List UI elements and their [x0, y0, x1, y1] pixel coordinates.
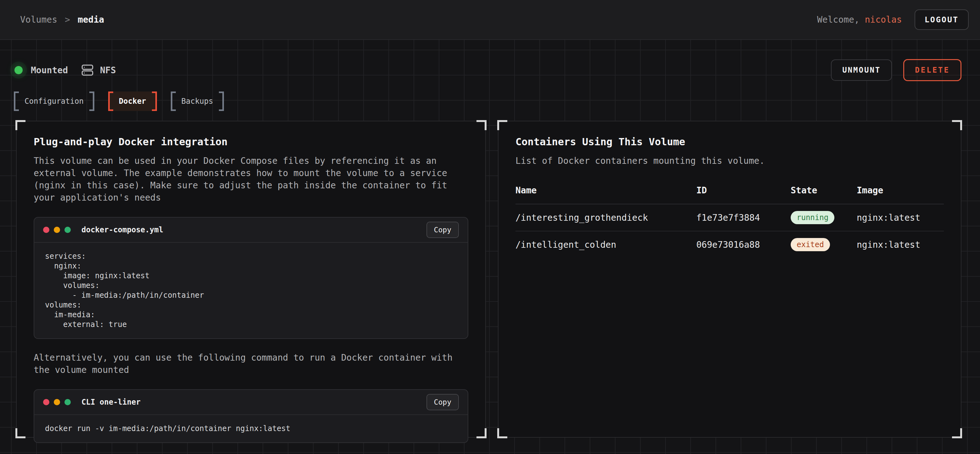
tab-backups-label: Backups: [181, 97, 213, 106]
status-badge: running: [791, 211, 834, 224]
containers-panel-subtitle: List of Docker containers mounting this …: [515, 155, 940, 167]
top-bar: Volumes > media Welcome, nicolas LOGOUT: [0, 0, 980, 40]
column-header-state: State: [791, 185, 857, 195]
table-row: /intelligent_colden 069e73016a88 exited …: [515, 232, 944, 258]
column-header-image: Image: [857, 185, 944, 195]
compose-code-content: services: nginx: image: nginx:latest vol…: [34, 243, 468, 338]
column-header-name: Name: [515, 185, 696, 195]
welcome-text: Welcome, nicolas: [817, 14, 902, 25]
green-dot-icon: [64, 227, 71, 233]
bracket-left-icon: [14, 92, 19, 111]
red-dot-icon: [43, 227, 49, 233]
panel-corner-icon: [16, 428, 25, 438]
tab-configuration-label: Configuration: [24, 97, 84, 106]
mount-status-label: Mounted: [31, 65, 68, 75]
containers-panel-title: Containers Using This Volume: [515, 136, 944, 148]
tab-configuration[interactable]: Configuration: [14, 92, 94, 111]
container-name: /interesting_grothendieck: [515, 213, 696, 223]
amber-dot-icon: [54, 227, 60, 233]
compose-code-header: docker-compose.yml Copy: [34, 217, 468, 243]
volume-tabs: Configuration Docker Backups: [14, 92, 224, 111]
panel-corner-icon: [476, 428, 487, 438]
panel-corner-icon: [497, 120, 507, 130]
docker-integration-panel: Plug-and-play Docker integration This vo…: [16, 121, 486, 438]
volume-actions: UNMOUNT DELETE: [831, 59, 961, 81]
tab-backups[interactable]: Backups: [171, 92, 224, 111]
mounted-status-dot-icon: [14, 66, 23, 74]
driver-label: NFS: [100, 65, 116, 75]
tab-docker[interactable]: Docker: [108, 92, 157, 111]
container-id: 069e73016a88: [696, 240, 791, 250]
amber-dot-icon: [54, 399, 60, 405]
user-area: Welcome, nicolas LOGOUT: [817, 10, 969, 30]
cli-code-header: CLI one-liner Copy: [34, 390, 468, 415]
bracket-right-icon: [89, 92, 94, 111]
breadcrumb-separator-icon: >: [65, 14, 70, 25]
breadcrumb: Volumes > media: [20, 14, 104, 25]
traffic-light-dots: [43, 399, 71, 405]
panel-corner-icon: [16, 120, 25, 130]
panel-corner-icon: [952, 120, 962, 130]
cli-title: CLI one-liner: [81, 398, 426, 406]
column-header-id: ID: [696, 185, 791, 195]
green-dot-icon: [64, 399, 71, 405]
panel-corner-icon: [476, 120, 487, 130]
delete-button[interactable]: DELETE: [903, 59, 961, 81]
breadcrumb-volumes-link[interactable]: Volumes: [20, 14, 57, 25]
red-dot-icon: [43, 399, 49, 405]
traffic-light-dots: [43, 227, 71, 233]
compose-code-block: docker-compose.yml Copy services: nginx:…: [33, 217, 468, 339]
welcome-prefix: Welcome,: [817, 14, 865, 25]
cli-copy-button[interactable]: Copy: [426, 394, 459, 410]
panel-corner-icon: [497, 428, 507, 438]
cli-intro-text: Alternatively, you can use the following…: [33, 351, 458, 376]
bracket-right-icon: [152, 92, 157, 111]
containers-panel: Containers Using This Volume List of Doc…: [498, 121, 961, 438]
containers-table-header: Name ID State Image: [515, 185, 944, 204]
containers-table: Name ID State Image /interesting_grothen…: [515, 185, 944, 258]
tab-docker-label: Docker: [119, 97, 146, 106]
volume-toolbar: Mounted NFS UNMOUNT DELETE: [14, 59, 961, 82]
docker-panel-title: Plug-and-play Docker integration: [33, 136, 468, 148]
docker-panel-description: This volume can be used in your Docker C…: [33, 155, 458, 204]
container-state: exited: [791, 238, 857, 251]
breadcrumb-current-volume: media: [78, 14, 104, 25]
compose-filename: docker-compose.yml: [81, 225, 426, 234]
container-state: running: [791, 211, 857, 224]
volume-status-group: Mounted NFS: [14, 64, 116, 76]
container-image: nginx:latest: [857, 240, 944, 250]
bracket-left-icon: [171, 92, 176, 111]
container-id: f1e73e7f3884: [696, 213, 791, 223]
status-badge: exited: [791, 238, 830, 251]
compose-copy-button[interactable]: Copy: [426, 222, 459, 238]
cli-code-block: CLI one-liner Copy docker run -v im-medi…: [33, 389, 468, 443]
container-image: nginx:latest: [857, 213, 944, 223]
bracket-left-icon: [108, 92, 113, 111]
server-icon: [81, 64, 94, 76]
bracket-right-icon: [219, 92, 224, 111]
cli-code-content: docker run -v im-media:/path/in/containe…: [34, 415, 468, 442]
unmount-button[interactable]: UNMOUNT: [831, 59, 892, 81]
container-name: /intelligent_colden: [515, 240, 696, 250]
username: nicolas: [865, 14, 902, 25]
table-row: /interesting_grothendieck f1e73e7f3884 r…: [515, 204, 944, 232]
logout-button[interactable]: LOGOUT: [915, 10, 969, 30]
panel-corner-icon: [952, 428, 962, 438]
